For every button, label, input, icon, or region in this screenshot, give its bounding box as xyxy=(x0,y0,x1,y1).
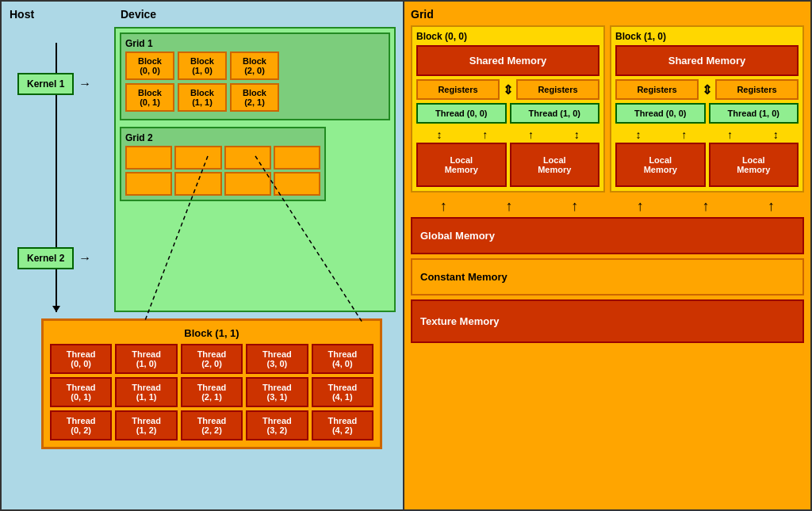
big-arrow-1: ↑ xyxy=(440,198,447,215)
kernel1-arrow: → xyxy=(79,77,91,91)
grid2-label: Grid 2 xyxy=(125,132,320,143)
thread-41: Thread(4, 1) xyxy=(312,377,373,407)
shared-mem-10: Shared Memory xyxy=(615,45,799,76)
block10-title: Block (1, 0) xyxy=(615,31,799,42)
v-arrow-3: ↑ xyxy=(528,128,534,141)
local-mem-row-10: LocalMemory LocalMemory xyxy=(615,143,799,187)
local-mem-00-0: LocalMemory xyxy=(416,143,507,187)
thread-32: Thread(3, 2) xyxy=(246,410,308,440)
thread-box-00-1: Thread (1, 0) xyxy=(510,103,600,124)
g2-cell-8 xyxy=(274,172,320,196)
host-arrow-head xyxy=(52,306,60,312)
register-00-1: Registers xyxy=(516,79,599,100)
g2-cell-4 xyxy=(274,146,320,170)
thread-31: Thread(3, 1) xyxy=(246,377,308,407)
register-00-0: Registers xyxy=(416,79,500,100)
local-mem-10-0: LocalMemory xyxy=(615,143,706,187)
arrow-reg-00: ⇕ xyxy=(503,79,513,100)
kernel2-button[interactable]: Kernel 2 xyxy=(17,247,74,269)
texture-memory: Texture Memory xyxy=(411,299,804,343)
local-mem-10-1: LocalMemory xyxy=(709,143,799,187)
thread-21: Thread(2, 1) xyxy=(181,377,243,407)
block-00-section: Block (0, 0) Shared Memory Registers ⇕ R… xyxy=(411,25,605,193)
grid1-row1: Block(0, 0) Block(1, 0) Block(2, 0) xyxy=(125,51,385,80)
threads-grid: Thread(0, 0) Thread(1, 0) Thread(2, 0) T… xyxy=(50,344,373,440)
constant-memory: Constant Memory xyxy=(411,258,804,296)
big-arrow-6: ↑ xyxy=(768,198,775,215)
big-arrow-3: ↑ xyxy=(571,198,578,215)
blocks-container: Block (0, 0) Shared Memory Registers ⇕ R… xyxy=(411,25,804,193)
local-mem-row-00: LocalMemory LocalMemory xyxy=(416,143,599,187)
thread-02: Thread(0, 2) xyxy=(50,410,112,440)
v-arrow-1: ↕ xyxy=(436,128,442,141)
kernel2-row: Kernel 2 → xyxy=(17,247,91,269)
global-memory: Global Memory xyxy=(411,217,804,254)
block-detail-title: Block (1, 1) xyxy=(50,327,373,339)
big-arrow-5: ↑ xyxy=(702,198,709,215)
block-10-section: Block (1, 0) Shared Memory Registers ⇕ R… xyxy=(610,25,804,193)
thread-box-00-0: Thread (0, 0) xyxy=(416,103,507,124)
g2-cell-2 xyxy=(174,146,221,170)
kernel2-arrow: → xyxy=(79,251,91,265)
thread-11: Thread(1, 1) xyxy=(115,377,177,407)
registers-row-00: Registers ⇕ Registers xyxy=(416,79,599,100)
left-panel: Host Device Kernel 1 → Kernel 2 → Grid 1… xyxy=(0,0,404,511)
thread-00: Thread(0, 0) xyxy=(50,344,112,374)
thread-40: Thread(4, 0) xyxy=(312,344,373,374)
g2-cell-6 xyxy=(174,172,221,196)
thread-22: Thread(2, 2) xyxy=(181,410,243,440)
host-label: Host xyxy=(10,8,34,21)
local-mem-00-1: LocalMemory xyxy=(510,143,600,187)
grid-title: Grid xyxy=(411,8,804,21)
vertical-arrows-10: ↕ ↑ ↑ ↕ xyxy=(615,127,799,143)
shared-mem-00: Shared Memory xyxy=(416,45,599,76)
register-10-1: Registers xyxy=(715,79,799,100)
grid2-box: Grid 2 xyxy=(120,127,326,201)
block-01: Block(0, 1) xyxy=(125,83,174,112)
kernel1-row: Kernel 1 → xyxy=(17,73,91,95)
thread-42: Thread(4, 2) xyxy=(312,410,373,440)
block-detail: Block (1, 1) Thread(0, 0) Thread(1, 0) T… xyxy=(41,318,382,449)
registers-row-10: Registers ⇕ Registers xyxy=(615,79,799,100)
v-arrow-4: ↕ xyxy=(574,128,580,141)
thread-12: Thread(1, 2) xyxy=(115,410,177,440)
vertical-arrows-00: ↕ ↑ ↑ ↕ xyxy=(416,127,599,143)
grid1-label: Grid 1 xyxy=(125,38,385,49)
block-21: Block(2, 1) xyxy=(230,83,279,112)
right-panel: Grid Block (0, 0) Shared Memory Register… xyxy=(404,0,812,511)
block-20: Block(2, 0) xyxy=(230,51,279,80)
g2-cell-1 xyxy=(125,146,172,170)
kernel1-button[interactable]: Kernel 1 xyxy=(17,73,74,95)
block-11: Block(1, 1) xyxy=(178,83,227,112)
block-00: Block(0, 0) xyxy=(125,51,174,80)
grid2-inner xyxy=(125,146,320,196)
thread-10: Thread(1, 0) xyxy=(115,344,177,374)
grid1-row2: Block(0, 1) Block(1, 1) Block(2, 1) xyxy=(125,83,385,112)
thread-01: Thread(0, 1) xyxy=(50,377,112,407)
thread-30: Thread(3, 0) xyxy=(246,344,308,374)
v-arrow-8: ↕ xyxy=(773,128,779,141)
g2-cell-3 xyxy=(224,146,271,170)
threads-row-10: Thread (0, 0) Thread (1, 0) xyxy=(615,103,799,124)
v-arrow-6: ↑ xyxy=(681,128,687,141)
device-area: Grid 1 Block(0, 0) Block(1, 0) Block(2, … xyxy=(114,27,396,312)
v-arrow-2: ↑ xyxy=(482,128,488,141)
g2-cell-5 xyxy=(125,172,172,196)
arrow-reg-10: ⇕ xyxy=(702,79,712,100)
g2-cell-7 xyxy=(224,172,271,196)
big-arrows-row: ↑ ↑ ↑ ↑ ↑ ↑ xyxy=(411,197,804,215)
device-label: Device xyxy=(121,8,156,21)
register-10-0: Registers xyxy=(615,79,699,100)
grid1-box: Grid 1 Block(0, 0) Block(1, 0) Block(2, … xyxy=(120,32,390,120)
v-arrow-7: ↑ xyxy=(727,128,733,141)
block00-title: Block (0, 0) xyxy=(416,31,599,42)
thread-20: Thread(2, 0) xyxy=(181,344,243,374)
main-container: Host Device Kernel 1 → Kernel 2 → Grid 1… xyxy=(0,0,812,511)
big-arrow-4: ↑ xyxy=(637,198,644,215)
block-10: Block(1, 0) xyxy=(178,51,227,80)
thread-box-10-0: Thread (0, 0) xyxy=(615,103,706,124)
big-arrow-2: ↑ xyxy=(505,198,512,215)
threads-row-00: Thread (0, 0) Thread (1, 0) xyxy=(416,103,599,124)
thread-box-10-1: Thread (1, 0) xyxy=(709,103,799,124)
v-arrow-5: ↕ xyxy=(635,128,641,141)
